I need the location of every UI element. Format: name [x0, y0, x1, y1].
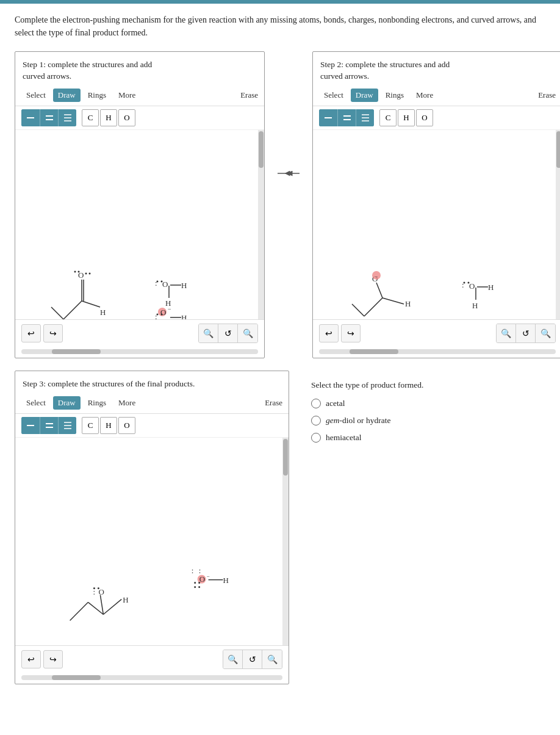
step1-canvas[interactable]: O H : O H — [15, 130, 264, 319]
step2-more-btn[interactable]: More — [411, 89, 438, 102]
step2-draw-btn[interactable]: Draw — [351, 89, 378, 102]
svg-point-34 — [157, 313, 159, 315]
step3-zoom-out-btn[interactable]: 🔍 — [262, 650, 282, 668]
svg-point-83 — [198, 582, 200, 584]
step2-undo-btn[interactable]: ↩ — [319, 324, 339, 342]
step2-triple-bond-btn[interactable] — [356, 109, 374, 126]
step2-carbon-btn[interactable]: C — [379, 109, 397, 126]
svg-text::: : — [199, 565, 201, 574]
step3-erase-btn[interactable]: Erase — [265, 398, 282, 408]
equilibrium-arrow-1 — [276, 164, 301, 183]
step1-zoom-group: 🔍 ↺ 🔍 — [198, 324, 258, 343]
step2-redo-btn[interactable]: ↪ — [341, 324, 361, 342]
step1-hydrogen-btn[interactable]: H — [100, 109, 117, 126]
step2-oxygen-btn[interactable]: O — [416, 109, 433, 126]
step2-canvas[interactable]: O − H : O H H — [313, 130, 560, 319]
step1-single-bond-btn[interactable] — [21, 109, 40, 126]
step1-erase-btn[interactable]: Erase — [240, 90, 258, 100]
step2-single-bond-btn[interactable] — [319, 109, 337, 126]
step3-single-bond-btn[interactable] — [21, 417, 40, 434]
svg-point-85 — [198, 586, 200, 588]
step2-zoom-reset-btn[interactable]: ↺ — [516, 324, 536, 342]
step3-toolbar: Select Draw Rings More Erase — [15, 393, 289, 414]
step3-triple-bond-btn[interactable] — [58, 417, 76, 434]
step1-zoom-out-btn[interactable]: 🔍 — [238, 324, 257, 342]
step1-redo-btn[interactable]: ↪ — [43, 324, 63, 342]
step3-canvas[interactable]: H : O : : O − — [15, 438, 289, 645]
step1-triple-bond-btn[interactable] — [58, 109, 76, 126]
step2-double-bond-btn[interactable] — [337, 109, 356, 126]
step2-zoom-out-btn[interactable]: 🔍 — [536, 324, 555, 342]
gem-diol-radio[interactable] — [311, 416, 321, 425]
step1-draw-tools: C H O — [15, 106, 264, 130]
step1-bottom-controls: ↩ ↪ 🔍 ↺ 🔍 — [15, 319, 264, 347]
step3-scrollbar-v[interactable] — [282, 438, 289, 645]
step2-hydrogen-btn[interactable]: H — [398, 109, 415, 126]
main-content: Complete the electron-pushing mechanism … — [0, 4, 560, 694]
step3-hydrogen-btn[interactable]: H — [100, 417, 117, 434]
svg-line-68 — [70, 602, 88, 620]
step2-box: Step 2: complete the structures and add … — [312, 51, 560, 358]
svg-text:O: O — [160, 308, 166, 317]
svg-text:O: O — [162, 280, 168, 289]
svg-line-8 — [51, 307, 63, 319]
bottom-row: Step 3: complete the structures of the f… — [15, 371, 545, 684]
svg-line-70 — [103, 599, 121, 614]
step1-undo-btn[interactable]: ↩ — [21, 324, 41, 342]
step1-rings-btn[interactable]: Rings — [83, 89, 111, 102]
step3-zoom-reset-btn[interactable]: ↺ — [243, 650, 262, 668]
step1-double-bond-btn[interactable] — [40, 109, 58, 126]
step3-double-bond-btn[interactable] — [40, 417, 58, 434]
step3-zoom-in-btn[interactable]: 🔍 — [223, 650, 243, 668]
step2-scrollbar-v[interactable] — [556, 130, 560, 319]
step3-draw-tools: C H O — [15, 414, 289, 438]
option-hemiacetal[interactable]: hemiacetal — [311, 433, 528, 443]
step2-erase-btn[interactable]: Erase — [538, 90, 556, 100]
svg-text:O: O — [199, 574, 205, 583]
svg-line-7 — [63, 301, 82, 319]
step1-scrollbar-v[interactable] — [258, 130, 264, 319]
svg-point-14 — [85, 272, 87, 274]
step3-carbon-btn[interactable]: C — [82, 417, 99, 434]
step2-select-btn[interactable]: Select — [319, 89, 348, 102]
step1-zoom-reset-btn[interactable]: ↺ — [218, 324, 238, 342]
step3-redo-btn[interactable]: ↪ — [43, 650, 63, 668]
instructions-text: Complete the electron-pushing mechanism … — [15, 13, 545, 39]
svg-text:−: − — [168, 306, 171, 313]
step3-undo-btn[interactable]: ↩ — [21, 650, 41, 668]
step1-more-btn[interactable]: More — [113, 89, 140, 102]
step3-more-btn[interactable]: More — [113, 396, 140, 410]
svg-point-35 — [161, 313, 163, 315]
svg-line-50 — [382, 298, 404, 304]
acetal-radio[interactable] — [311, 399, 321, 408]
step1-carbon-btn[interactable]: C — [82, 109, 99, 126]
step2-scrollbar-h[interactable] — [319, 349, 556, 354]
product-select-panel: Select the type of product formed. aceta… — [304, 371, 536, 460]
svg-text:−: − — [375, 273, 378, 280]
svg-text::: : — [155, 278, 157, 288]
hemiacetal-radio[interactable] — [311, 433, 321, 443]
step3-rings-btn[interactable]: Rings — [83, 396, 111, 410]
svg-text:H: H — [123, 595, 128, 604]
option-acetal[interactable]: acetal — [311, 399, 528, 408]
svg-point-75 — [93, 587, 95, 589]
step1-scrollbar-h[interactable] — [21, 349, 258, 354]
step3-scrollbar-h[interactable] — [21, 675, 282, 680]
step3-bottom-controls: ↩ ↪ 🔍 ↺ 🔍 — [15, 645, 289, 673]
step1-select-btn[interactable]: Select — [21, 89, 51, 102]
step1-zoom-in-btn[interactable]: 🔍 — [199, 324, 218, 342]
step3-oxygen-btn[interactable]: O — [118, 417, 135, 434]
svg-point-20 — [157, 280, 159, 282]
step3-select-btn[interactable]: Select — [21, 396, 51, 410]
step2-rings-btn[interactable]: Rings — [381, 89, 409, 102]
step3-draw-btn[interactable]: Draw — [53, 396, 81, 410]
step1-draw-btn[interactable]: Draw — [53, 89, 81, 102]
svg-text:O: O — [469, 281, 475, 291]
svg-text:H: H — [181, 313, 187, 319]
step2-zoom-in-btn[interactable]: 🔍 — [497, 324, 516, 342]
step1-oxygen-btn[interactable]: O — [118, 109, 135, 126]
step3-box: Step 3: complete the structures of the f… — [15, 371, 289, 684]
option-gem-diol[interactable]: gem-diol or hydrate — [311, 416, 528, 425]
svg-point-21 — [161, 280, 163, 282]
svg-line-69 — [88, 602, 103, 614]
